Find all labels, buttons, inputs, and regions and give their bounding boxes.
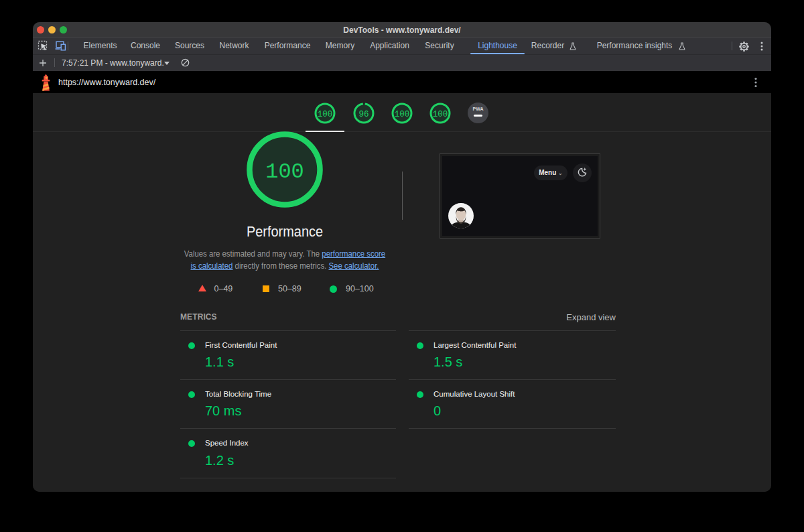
svg-text:100: 100 [318,110,333,119]
svg-text:100: 100 [395,110,410,119]
svg-text:100: 100 [265,159,304,184]
svg-text:96: 96 [358,110,368,119]
svg-text:100: 100 [433,110,448,119]
